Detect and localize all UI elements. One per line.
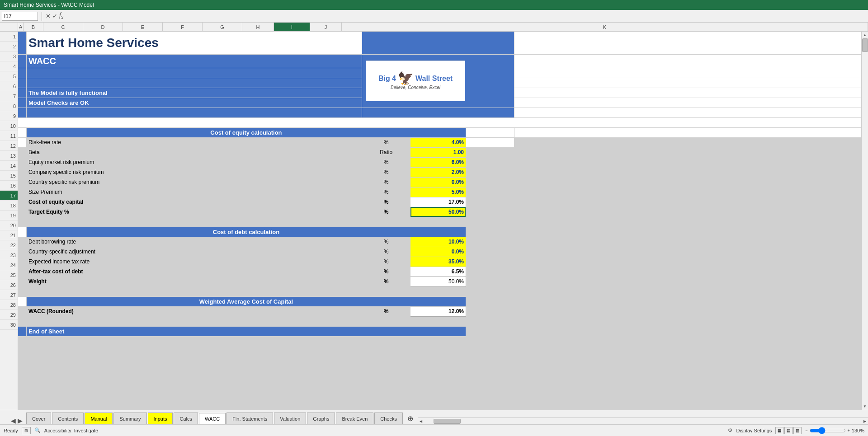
zoom-slider[interactable] xyxy=(810,428,846,433)
cell-wacc-header: Weighted Average Cost of Capital xyxy=(26,296,466,306)
cell-title[interactable]: Smart Home Services xyxy=(26,32,362,54)
row-17-data: Target Equity % % 50.0% xyxy=(18,207,861,217)
row-11: 11 xyxy=(0,131,18,141)
accessibility-label[interactable]: Accessibility: Investigate xyxy=(44,428,98,433)
page-break-btn[interactable]: ▨ xyxy=(793,427,802,434)
tab-nav-left[interactable]: ◀ xyxy=(11,417,16,424)
tab-graphs[interactable]: Graphs xyxy=(307,413,335,424)
tab-wacc[interactable]: WACC xyxy=(199,413,226,425)
row-27: 27 xyxy=(0,290,18,300)
cell-a21 xyxy=(18,247,26,257)
horiz-scroll-thumb[interactable] xyxy=(434,419,461,424)
cell-i10[interactable]: 4.0% xyxy=(410,137,466,147)
tab-contents[interactable]: Contents xyxy=(52,413,84,424)
col-header-c[interactable]: C xyxy=(43,23,83,31)
row-10: 10 xyxy=(0,121,18,131)
cell-k16 xyxy=(514,197,861,207)
cell-a23 xyxy=(18,267,26,277)
col-header-h[interactable]: H xyxy=(242,23,274,31)
tab-inputs[interactable]: Inputs xyxy=(148,413,173,424)
tab-valuation[interactable]: Valuation xyxy=(274,413,306,424)
cell-h22: % xyxy=(362,257,410,267)
cell-a1[interactable] xyxy=(18,32,26,54)
col-header-j[interactable]: J xyxy=(310,23,342,31)
cell-i16[interactable]: 17.0% xyxy=(410,197,466,207)
tab-break-even[interactable]: Break Even xyxy=(336,413,373,424)
view-buttons: ▦ ▤ ▨ xyxy=(775,427,802,434)
formula-input[interactable] xyxy=(65,12,866,21)
cell-i22[interactable]: 35.0% xyxy=(410,257,466,267)
row-29-data: End of Sheet xyxy=(18,326,861,336)
col-header-i[interactable]: I xyxy=(274,23,310,31)
page-layout-btn[interactable]: ▤ xyxy=(784,427,793,434)
horiz-scroll-track[interactable] xyxy=(425,418,861,424)
cell-j12 xyxy=(466,157,514,167)
cell-i24[interactable]: 50.0% xyxy=(410,277,466,286)
col-header-a[interactable]: A xyxy=(18,23,24,31)
row-15-data: Size Premium % 5.0% xyxy=(18,187,861,197)
cell-i23[interactable]: 6.5% xyxy=(410,267,466,277)
tab-add[interactable]: ⊕ xyxy=(404,413,417,424)
cell-j20 xyxy=(466,237,514,247)
scroll-up[interactable]: ▲ xyxy=(862,32,868,38)
zoom-plus[interactable]: + xyxy=(848,428,850,433)
function-icon[interactable]: fx xyxy=(59,12,63,20)
tab-nav-right[interactable]: ▶ xyxy=(18,417,23,424)
horiz-scroll[interactable]: ◀ ▶ xyxy=(418,417,868,424)
vertical-scrollbar[interactable]: ▲ ▼ xyxy=(861,32,868,410)
cells-area[interactable]: Smart Home Services WACC Big 4 🦅 Wall S xyxy=(18,32,861,410)
row-7: 7 xyxy=(0,91,18,101)
cell-a7[interactable] xyxy=(18,108,26,117)
horiz-scroll-left[interactable]: ◀ xyxy=(418,418,425,425)
cell-g27 xyxy=(301,306,362,316)
cell-h15: % xyxy=(362,187,410,197)
cell-i12[interactable]: 6.0% xyxy=(410,157,466,167)
cell-eitr-label: Expected income tax rate xyxy=(26,257,301,267)
tab-cover[interactable]: Cover xyxy=(26,413,51,424)
cell-i14[interactable]: 0.0% xyxy=(410,177,466,187)
cell-i27[interactable]: 12.0% xyxy=(410,306,466,316)
cell-size-prem-label: Size Premium xyxy=(26,187,301,197)
confirm-icon[interactable]: ✓ xyxy=(52,13,57,19)
col-header-b[interactable]: B xyxy=(24,23,43,31)
cell-i17[interactable]: 50.0% xyxy=(410,207,466,217)
cell-g21 xyxy=(301,247,362,257)
row-numbers: 1 2 3 4 5 6 7 8 9 10 11 12 13 14 15 16 1… xyxy=(0,32,18,410)
cancel-icon[interactable]: ✕ xyxy=(46,13,51,19)
cell-beta-label: Beta xyxy=(26,147,301,157)
col-header-d[interactable]: D xyxy=(83,23,123,31)
cell-i11[interactable]: 1.00 xyxy=(410,147,466,157)
cell-a24 xyxy=(18,277,26,286)
tab-calcs[interactable]: Calcs xyxy=(174,413,198,424)
tab-summary[interactable]: Summary xyxy=(113,413,146,424)
tab-fin-statements[interactable]: Fin. Statements xyxy=(226,413,273,424)
tabs-bar: ◀ ▶ Cover Contents Manual Summary Inputs… xyxy=(0,410,868,424)
cell-j14 xyxy=(466,177,514,187)
tab-manual[interactable]: Manual xyxy=(85,413,113,424)
cell-mode-icon[interactable]: ⊞ xyxy=(22,427,31,434)
cell-i15[interactable]: 5.0% xyxy=(410,187,466,197)
scroll-thumb[interactable] xyxy=(862,38,868,52)
zoom-slider-area[interactable]: − + 130% xyxy=(805,428,864,433)
cell-k9 xyxy=(514,127,861,137)
scroll-down[interactable]: ▼ xyxy=(862,403,868,410)
col-header-g[interactable]: G xyxy=(203,23,242,31)
row-12-data: Equity market risk premium % 6.0% xyxy=(18,157,861,167)
row-8-data xyxy=(18,117,861,127)
cell-i20[interactable]: 10.0% xyxy=(410,237,466,247)
name-box[interactable] xyxy=(2,12,38,21)
cell-wacc[interactable]: WACC xyxy=(26,54,362,68)
display-settings-label[interactable]: Display Settings xyxy=(736,428,772,433)
normal-view-btn[interactable]: ▦ xyxy=(775,427,783,434)
zoom-minus[interactable]: − xyxy=(805,428,807,433)
col-header-k[interactable]: K xyxy=(342,23,868,31)
col-header-f[interactable]: F xyxy=(163,23,203,31)
scroll-track[interactable] xyxy=(862,38,868,403)
cell-i21[interactable]: 0.0% xyxy=(410,247,466,257)
row-24-data: Weight % 50.0% xyxy=(18,277,861,286)
cell-i13[interactable]: 2.0% xyxy=(410,167,466,177)
horiz-scroll-right[interactable]: ▶ xyxy=(861,418,868,425)
col-header-e[interactable]: E xyxy=(123,23,163,31)
cell-row8 xyxy=(18,117,861,127)
tab-checks[interactable]: Checks xyxy=(374,413,403,424)
